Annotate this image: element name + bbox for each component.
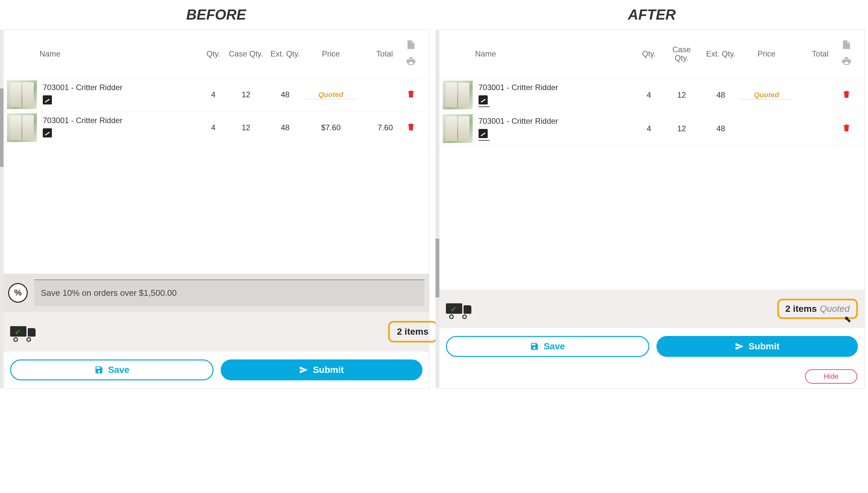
- after-panel: AFTER Name Qty. CaseQty. Ext. Qty. Price…: [439, 0, 865, 388]
- items-count-highlight: 2 items Quoted: [777, 299, 858, 319]
- submit-button[interactable]: Submit: [221, 360, 422, 380]
- col-qty: Qty.: [200, 49, 226, 59]
- row-extqty: 48: [701, 90, 740, 100]
- row-caseqty: 12: [226, 90, 266, 99]
- edit-icon[interactable]: [479, 129, 488, 138]
- row-caseqty: 12: [662, 90, 701, 100]
- col-total: Total: [357, 49, 396, 59]
- col-price: Price: [305, 49, 357, 59]
- printer-icon[interactable]: [406, 56, 416, 68]
- product-thumbnail[interactable]: [443, 114, 473, 143]
- col-price: Price: [740, 49, 793, 59]
- table-row: 703001 - Critter Ridder 4 12 48 Quoted: [439, 78, 865, 112]
- before-heading: BEFORE: [3, 6, 429, 23]
- before-panel: BEFORE Name Qty. Case Qty. Ext. Qty. Pri…: [3, 0, 429, 388]
- summary-status: Quoted: [820, 304, 850, 314]
- edit-icon[interactable]: [43, 95, 52, 105]
- edit-icon[interactable]: [479, 95, 488, 105]
- col-extqty: Ext. Qty.: [701, 49, 740, 59]
- row-extqty: 48: [266, 123, 305, 132]
- table-row: 703001 - Critter Ridder 4 12 48 Quoted: [4, 78, 429, 111]
- delete-icon[interactable]: [396, 123, 426, 133]
- edit-icon[interactable]: [43, 128, 52, 137]
- table-row: 703001 - Critter Ridder 4 12 48 $7.60 7.…: [4, 111, 429, 144]
- items-count: 2 items: [397, 326, 429, 337]
- delete-icon[interactable]: [832, 123, 861, 134]
- truck-check-icon: ✓: [446, 301, 471, 316]
- row-name: 703001 - Critter Ridder: [479, 83, 633, 92]
- row-name: 703001 - Critter Ridder: [479, 116, 633, 126]
- row-total: 7.60: [357, 123, 396, 132]
- table-row: 703001 - Critter Ridder 4 12 48: [439, 112, 865, 146]
- footer-zone: ✓ 2 items Quoted ⬉ Save Submit: [439, 290, 865, 388]
- printer-icon[interactable]: [841, 56, 852, 68]
- shipping-bar: ✓ 2 items Quoted ⬉: [439, 290, 865, 328]
- items-count: 2 items: [785, 304, 817, 314]
- product-thumbnail[interactable]: [7, 80, 37, 109]
- col-extqty: Ext. Qty.: [266, 49, 305, 59]
- shipping-bar: ✓ 2 items: [4, 312, 429, 351]
- hide-row: Hide: [439, 365, 865, 388]
- row-price: $7.60: [305, 123, 357, 132]
- delete-icon[interactable]: [832, 90, 861, 100]
- row-name: 703001 - Critter Ridder: [43, 116, 197, 125]
- promo-text: Save 10% on orders over $1,500.00: [34, 279, 425, 306]
- promo-bar: % Save 10% on orders over $1,500.00: [4, 274, 429, 312]
- row-qty: 4: [636, 124, 662, 133]
- col-qty: Qty.: [636, 49, 662, 59]
- col-caseqty: CaseQty.: [662, 45, 701, 63]
- percent-icon: %: [8, 283, 28, 303]
- col-name: Name: [475, 49, 636, 59]
- row-extqty: 48: [701, 124, 740, 133]
- col-total: Total: [793, 49, 832, 59]
- action-buttons: Save Submit: [439, 328, 865, 365]
- document-icon[interactable]: [841, 40, 852, 52]
- row-caseqty: 12: [662, 124, 701, 133]
- row-qty: 4: [636, 90, 662, 100]
- row-qty: 4: [200, 123, 226, 132]
- scrollbar[interactable]: [0, 30, 4, 388]
- save-button[interactable]: Save: [446, 336, 649, 357]
- row-price-quoted: Quoted: [740, 91, 793, 100]
- footer-zone: % Save 10% on orders over $1,500.00 ✓ 2 …: [4, 274, 429, 388]
- table-header: Name Qty. Case Qty. Ext. Qty. Price Tota…: [4, 30, 429, 78]
- col-caseqty: Case Qty.: [226, 49, 266, 59]
- after-heading: AFTER: [439, 6, 865, 23]
- row-price-quoted: Quoted: [305, 90, 357, 99]
- document-icon[interactable]: [406, 40, 416, 52]
- items-count-highlight: 2 items: [388, 321, 437, 342]
- save-button[interactable]: Save: [10, 360, 214, 380]
- truck-check-icon: ✓: [10, 324, 36, 339]
- action-buttons: Save Submit: [4, 351, 429, 388]
- row-qty: 4: [200, 90, 226, 99]
- product-thumbnail[interactable]: [443, 81, 473, 109]
- scrollbar[interactable]: [435, 30, 439, 388]
- after-box: Name Qty. CaseQty. Ext. Qty. Price Total…: [439, 29, 865, 388]
- submit-button[interactable]: Submit: [656, 336, 858, 357]
- table-header: Name Qty. CaseQty. Ext. Qty. Price Total: [439, 30, 865, 78]
- row-name: 703001 - Critter Ridder: [43, 83, 197, 92]
- row-extqty: 48: [266, 90, 305, 99]
- row-caseqty: 12: [226, 123, 266, 132]
- product-thumbnail[interactable]: [7, 113, 37, 142]
- col-name: Name: [40, 49, 200, 59]
- before-box: Name Qty. Case Qty. Ext. Qty. Price Tota…: [3, 29, 429, 388]
- delete-icon[interactable]: [396, 89, 426, 100]
- hide-button[interactable]: Hide: [805, 369, 857, 384]
